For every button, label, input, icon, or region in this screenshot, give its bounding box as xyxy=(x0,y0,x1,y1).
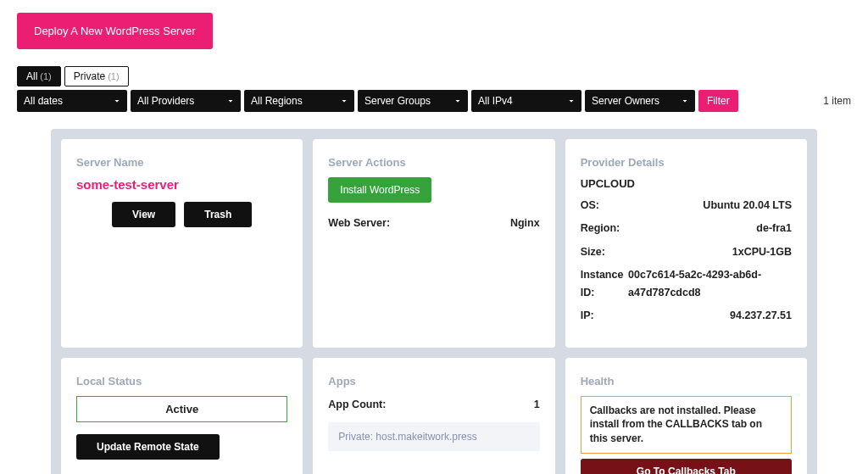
card-apps: Apps App Count: 1 Private: host.makeitwo… xyxy=(313,358,554,475)
provider-name: UPCLOUD xyxy=(581,177,792,190)
card-title: Provider Details xyxy=(581,156,792,169)
update-remote-state-button[interactable]: Update Remote State xyxy=(76,434,220,460)
card-health: Health Callbacks are not installed. Plea… xyxy=(565,358,807,475)
trash-button[interactable]: Trash xyxy=(184,202,252,227)
webserver-label: Web Server: xyxy=(328,215,390,232)
filter-dates[interactable]: All dates xyxy=(17,90,127,112)
tab-private[interactable]: Private (1) xyxy=(64,66,129,86)
instance-id-label: Instance ID: xyxy=(581,266,628,303)
card-provider-details: Provider Details UPCLOUD OS:Ubuntu 20.04… xyxy=(565,139,807,348)
region-value: de-fra1 xyxy=(756,220,792,237)
app-count-label: App Count: xyxy=(328,396,386,414)
app-entry[interactable]: Private: host.makeitwork.press xyxy=(328,422,539,451)
card-title: Health xyxy=(581,375,792,388)
filter-regions[interactable]: All Regions xyxy=(244,90,354,112)
card-title: Server Name xyxy=(76,156,287,169)
filter-server-owners[interactable]: Server Owners xyxy=(585,90,695,112)
region-label: Region: xyxy=(581,220,620,237)
item-count-top: 1 item xyxy=(823,95,851,107)
tab-all[interactable]: All (1) xyxy=(17,66,61,86)
card-title: Apps xyxy=(328,375,539,388)
tab-count: (1) xyxy=(40,71,51,81)
deploy-new-server-button[interactable]: Deploy A New WordPress Server xyxy=(17,13,213,49)
size-value: 1xCPU-1GB xyxy=(732,243,792,261)
ip-value: 94.237.27.51 xyxy=(730,307,792,325)
os-label: OS: xyxy=(581,197,599,215)
app-count-value: 1 xyxy=(534,396,540,414)
install-wordpress-button[interactable]: Install WordPress xyxy=(328,177,431,203)
card-local-status: Local Status Active Update Remote State xyxy=(61,358,303,475)
card-server-name: Server Name some-test-server View Trash xyxy=(61,139,303,348)
health-warning: Callbacks are not installed. Please inst… xyxy=(581,396,792,454)
go-to-callbacks-tab-button[interactable]: Go To Callbacks Tab xyxy=(581,459,792,474)
size-label: Size: xyxy=(581,243,605,261)
ip-label: IP: xyxy=(581,307,594,325)
tab-label: Private xyxy=(74,70,105,82)
filter-ipv4[interactable]: All IPv4 xyxy=(471,90,581,112)
tab-count: (1) xyxy=(108,71,119,81)
status-active: Active xyxy=(76,396,287,422)
card-title: Server Actions xyxy=(328,156,539,169)
filter-button[interactable]: Filter xyxy=(698,90,738,112)
os-value: Ubuntu 20.04 LTS xyxy=(703,197,792,215)
view-button[interactable]: View xyxy=(112,202,175,227)
filter-server-groups[interactable]: Server Groups xyxy=(358,90,468,112)
server-name: some-test-server xyxy=(76,177,287,192)
filter-tabs: All (1) Private (1) xyxy=(17,66,851,86)
filter-providers[interactable]: All Providers xyxy=(131,90,241,112)
card-title: Local Status xyxy=(76,375,287,388)
server-cards-container: Server Name some-test-server View Trash … xyxy=(51,129,817,474)
webserver-value: Nginx xyxy=(510,215,540,232)
card-server-actions: Server Actions Install WordPress Web Ser… xyxy=(313,139,554,348)
tab-label: All xyxy=(26,70,37,82)
instance-id-value: 00c7c614-5a2c-4293-ab6d-a47d787cdcd8 xyxy=(628,266,792,303)
